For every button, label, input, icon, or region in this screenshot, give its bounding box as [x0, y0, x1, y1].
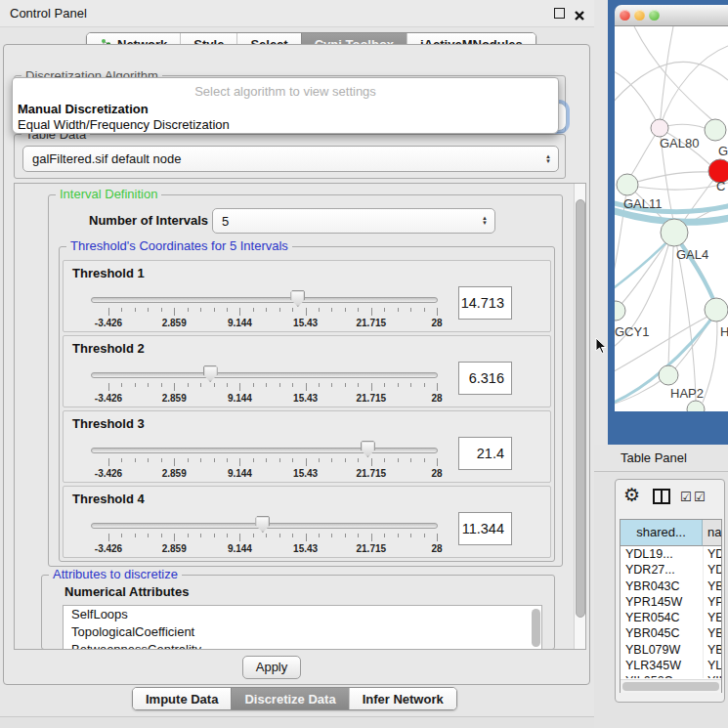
tick-mark [266, 383, 267, 387]
tick-mark [437, 534, 438, 541]
attributes-group-label: Attributes to discretize [49, 568, 182, 581]
network-canvas[interactable]: GAL80GACGAL11GAL4GCY1HHAP2 [615, 26, 728, 411]
threshold-value-field[interactable] [458, 286, 512, 320]
threshold-value-field[interactable] [458, 362, 512, 395]
threshold-value-field[interactable] [458, 512, 512, 545]
horizontal-scrollbar-thumb[interactable] [622, 682, 719, 691]
tick-label: 2.859 [145, 543, 203, 554]
close-x-glyph [574, 10, 585, 21]
tick-mark [279, 383, 280, 387]
table-row[interactable]: YPR145WYPR1 [621, 594, 721, 610]
network-node[interactable] [687, 401, 705, 411]
tick-mark [398, 308, 399, 312]
table-row[interactable]: YBR043CYBR0 [621, 578, 721, 594]
tick-mark [306, 458, 307, 466]
network-node[interactable] [705, 119, 726, 141]
combo-spinner-icon: ▲▼ [482, 216, 488, 226]
threshold-value-field[interactable] [458, 437, 512, 470]
node-label: C [716, 179, 725, 193]
threshold-panel: Threshold 1-3.4262.8599.14415.4321.71528 [63, 260, 551, 332]
column-layout-icon[interactable] [653, 489, 670, 504]
table-rows: YDL19...YDL1YDR27...YDR2YBR043CYBR0YPR14… [621, 546, 721, 678]
tick-label: 15.43 [277, 543, 335, 554]
cell-name: YBR0 [703, 578, 721, 594]
table-row[interactable]: YLR345WYLR3 [621, 658, 721, 673]
horizontal-scrollbar-track[interactable] [621, 679, 721, 693]
cell-shared-name: YIL052C [621, 673, 703, 678]
slider-track[interactable] [91, 297, 438, 303]
option-manual-discretization[interactable]: Manual Discretization [18, 102, 149, 116]
attribute-list-item[interactable]: TopologicalCoefficient [64, 623, 541, 641]
close-icon[interactable] [574, 8, 585, 20]
tick-mark [437, 458, 438, 466]
slider-handle[interactable] [361, 441, 375, 457]
table-row[interactable]: YER054CYER0 [621, 610, 721, 625]
network-node[interactable] [615, 301, 625, 321]
tick-label: -3.426 [79, 318, 138, 328]
network-node[interactable] [659, 365, 678, 385]
table-row[interactable]: YBR045CYBR0 [621, 625, 721, 641]
tick-mark [384, 383, 385, 387]
slider-track[interactable] [91, 372, 438, 378]
number-of-intervals-combo[interactable]: 5 ▲▼ [212, 208, 495, 234]
table-row[interactable]: YBL079WYBL0 [621, 642, 721, 658]
checkbox-icon[interactable]: ☑ [680, 490, 692, 504]
threshold-label: Threshold 1 [72, 266, 145, 280]
checkbox-icon[interactable]: ☑ [694, 490, 706, 504]
network-node[interactable] [651, 119, 668, 137]
attribute-list-items: SelfLoopsTopologicalCoefficientBetweenne… [64, 606, 541, 650]
close-traffic-light[interactable] [620, 10, 630, 21]
tick-mark [410, 383, 411, 387]
zoom-traffic-light[interactable] [649, 10, 660, 21]
tick-mark [306, 308, 307, 316]
tick-mark [358, 534, 359, 537]
table-data-combo[interactable]: galFiltered.sif default node ▲▼ [22, 146, 559, 172]
tick-label: 21.715 [342, 543, 401, 554]
tick-mark [227, 383, 228, 387]
column-header-shared-name[interactable]: shared... [621, 520, 703, 546]
table-row[interactable]: YDL19...YDL1 [621, 546, 721, 562]
minimize-traffic-light[interactable] [634, 10, 645, 21]
slider-track[interactable] [91, 448, 438, 453]
tick-mark [200, 458, 201, 462]
slider-handle[interactable] [290, 290, 305, 307]
network-node[interactable] [661, 219, 688, 246]
float-window-button[interactable] [554, 8, 565, 19]
gear-icon[interactable]: ⚙ [623, 484, 640, 506]
tick-mark [345, 308, 346, 312]
column-divider-glyph [661, 491, 663, 502]
slider-handle[interactable] [255, 516, 270, 533]
attribute-list-item[interactable]: SelfLoops [64, 606, 541, 623]
table-row[interactable]: YIL052CYIL0 [621, 673, 721, 678]
number-of-intervals-label: Number of Intervals [85, 214, 212, 228]
table-row[interactable]: YDR27...YDR2 [621, 562, 721, 578]
node-label: GA [718, 144, 728, 158]
cell-shared-name: YPR145W [621, 594, 703, 610]
tab-impute-data[interactable]: Impute Data [133, 688, 231, 709]
tick-mark [214, 383, 215, 387]
column-header-name[interactable]: na [703, 520, 721, 546]
tab-infer-network[interactable]: Infer Network [349, 688, 456, 709]
tick-label: 21.715 [342, 468, 401, 479]
tick-mark [253, 534, 254, 537]
attribute-list-item[interactable]: BetweennessCentrality [64, 641, 541, 650]
apply-button[interactable]: Apply [242, 656, 301, 679]
tick-mark [135, 308, 136, 312]
slider-handle[interactable] [203, 365, 218, 382]
table-panel-header: Table Panel [594, 445, 728, 472]
list-scrollbar-thumb[interactable] [532, 609, 540, 647]
node-label: HAP2 [670, 386, 704, 401]
tick-mark [292, 383, 293, 387]
tick-mark [161, 308, 162, 312]
network-node[interactable] [617, 174, 638, 195]
network-node[interactable] [705, 298, 728, 321]
threshold-label: Threshold 4 [72, 492, 145, 506]
network-window-titlebar[interactable] [615, 5, 728, 26]
tick-mark [148, 534, 149, 537]
tick-mark [161, 458, 162, 462]
table-panel-inner: ⚙ ☑ ☑ shared... na YDL19...YDL1YDR27...Y… [615, 479, 725, 703]
tick-mark [306, 534, 307, 541]
option-equal-width-frequency[interactable]: Equal Width/Frequency Discretization [18, 117, 230, 132]
tab-discretize-data[interactable]: Discretize Data [231, 688, 348, 709]
vertical-scrollbar-thumb[interactable] [576, 199, 585, 618]
